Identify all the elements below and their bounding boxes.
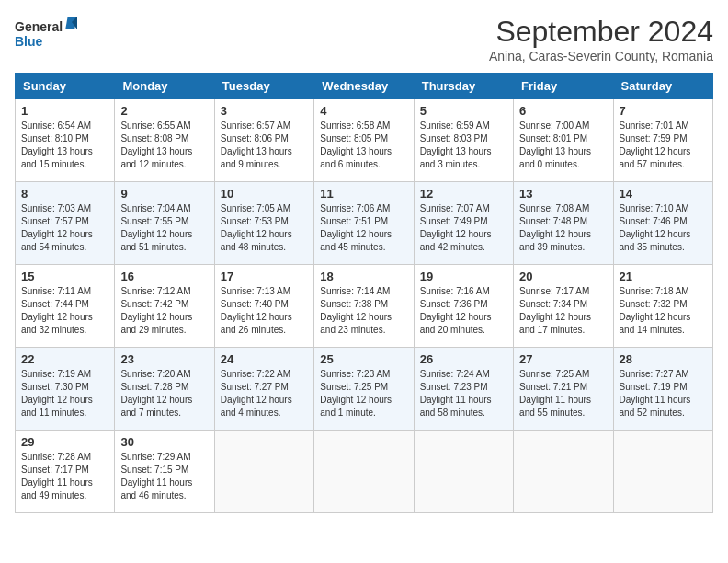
cell-info: Sunrise: 7:00 AMSunset: 8:01 PMDaylight … (519, 120, 607, 171)
header-sunday: Sunday (16, 74, 115, 99)
day-number: 11 (320, 187, 407, 201)
location-subtitle: Anina, Caras-Severin County, Romania (489, 49, 713, 63)
day-number: 24 (221, 352, 308, 366)
calendar-week-row: 1Sunrise: 6:54 AMSunset: 8:10 PMDaylight… (16, 99, 713, 182)
day-number: 10 (221, 187, 308, 201)
day-number: 9 (120, 187, 208, 201)
day-number: 5 (420, 104, 507, 118)
calendar-cell: 26Sunrise: 7:24 AMSunset: 7:23 PMDayligh… (414, 348, 513, 431)
calendar-cell: 13Sunrise: 7:08 AMSunset: 7:48 PMDayligh… (514, 182, 613, 265)
cell-info: Sunrise: 7:05 AMSunset: 7:53 PMDaylight … (221, 202, 308, 254)
day-number: 26 (420, 352, 507, 366)
calendar-cell: 22Sunrise: 7:19 AMSunset: 7:30 PMDayligh… (16, 348, 115, 431)
calendar-cell: 14Sunrise: 7:10 AMSunset: 7:46 PMDayligh… (613, 182, 712, 265)
day-number: 27 (519, 352, 607, 366)
month-title: September 2024 (489, 15, 713, 49)
calendar-week-row: 29Sunrise: 7:28 AMSunset: 7:17 PMDayligh… (16, 431, 713, 513)
header-saturday: Saturday (613, 74, 712, 99)
calendar-cell: 23Sunrise: 7:20 AMSunset: 7:28 PMDayligh… (115, 348, 214, 431)
calendar-cell (613, 431, 712, 513)
day-number: 23 (120, 352, 208, 366)
calendar-cell: 19Sunrise: 7:16 AMSunset: 7:36 PMDayligh… (414, 265, 513, 348)
cell-info: Sunrise: 7:17 AMSunset: 7:34 PMDaylight … (519, 285, 607, 337)
calendar-cell: 8Sunrise: 7:03 AMSunset: 7:57 PMDaylight… (16, 182, 115, 265)
calendar-cell (414, 431, 513, 513)
cell-info: Sunrise: 7:23 AMSunset: 7:25 PMDaylight … (320, 368, 407, 419)
day-number: 17 (221, 270, 308, 283)
calendar-week-row: 8Sunrise: 7:03 AMSunset: 7:57 PMDaylight… (16, 182, 713, 265)
day-number: 8 (21, 187, 108, 201)
cell-info: Sunrise: 7:16 AMSunset: 7:36 PMDaylight … (420, 285, 507, 337)
day-number: 19 (420, 270, 507, 283)
day-number: 29 (21, 435, 108, 449)
header-monday: Monday (115, 74, 214, 99)
calendar-cell: 25Sunrise: 7:23 AMSunset: 7:25 PMDayligh… (314, 348, 414, 431)
calendar-cell: 24Sunrise: 7:22 AMSunset: 7:27 PMDayligh… (214, 348, 313, 431)
day-number: 28 (620, 352, 707, 366)
cell-info: Sunrise: 7:18 AMSunset: 7:32 PMDaylight … (620, 285, 707, 337)
calendar-cell: 7Sunrise: 7:01 AMSunset: 7:59 PMDaylight… (613, 99, 712, 182)
cell-info: Sunrise: 7:27 AMSunset: 7:19 PMDaylight … (620, 368, 707, 419)
calendar-cell (214, 431, 313, 513)
calendar-cell: 6Sunrise: 7:00 AMSunset: 8:01 PMDaylight… (514, 99, 613, 182)
cell-info: Sunrise: 7:28 AMSunset: 7:17 PMDaylight … (21, 451, 108, 502)
day-number: 25 (320, 352, 407, 366)
svg-text:General: General (15, 19, 63, 34)
calendar-cell: 18Sunrise: 7:14 AMSunset: 7:38 PMDayligh… (314, 265, 414, 348)
calendar-cell: 9Sunrise: 7:04 AMSunset: 7:55 PMDaylight… (115, 182, 214, 265)
calendar-cell: 29Sunrise: 7:28 AMSunset: 7:17 PMDayligh… (16, 431, 115, 513)
calendar-cell: 15Sunrise: 7:11 AMSunset: 7:44 PMDayligh… (16, 265, 115, 348)
day-number: 15 (21, 270, 108, 283)
page-header: General Blue September 2024 Anina, Caras… (15, 15, 713, 63)
title-area: September 2024 Anina, Caras-Severin Coun… (489, 15, 713, 63)
calendar-cell: 4Sunrise: 6:58 AMSunset: 8:05 PMDaylight… (314, 99, 414, 182)
calendar-cell: 16Sunrise: 7:12 AMSunset: 7:42 PMDayligh… (115, 265, 214, 348)
cell-info: Sunrise: 7:19 AMSunset: 7:30 PMDaylight … (21, 368, 108, 419)
day-number: 21 (620, 270, 707, 283)
svg-text:Blue: Blue (15, 34, 43, 49)
day-number: 16 (120, 270, 208, 283)
cell-info: Sunrise: 7:24 AMSunset: 7:23 PMDaylight … (420, 368, 507, 419)
cell-info: Sunrise: 7:03 AMSunset: 7:57 PMDaylight … (21, 202, 108, 254)
calendar-table: Sunday Monday Tuesday Wednesday Thursday… (15, 73, 713, 513)
cell-info: Sunrise: 7:01 AMSunset: 7:59 PMDaylight … (620, 120, 707, 171)
day-number: 2 (120, 104, 208, 118)
cell-info: Sunrise: 7:10 AMSunset: 7:46 PMDaylight … (620, 202, 707, 254)
cell-info: Sunrise: 7:29 AMSunset: 7:15 PMDaylight … (120, 451, 208, 502)
calendar-cell: 1Sunrise: 6:54 AMSunset: 8:10 PMDaylight… (16, 99, 115, 182)
day-number: 22 (21, 352, 108, 366)
logo: General Blue (15, 15, 79, 53)
day-number: 4 (320, 104, 407, 118)
cell-info: Sunrise: 7:12 AMSunset: 7:42 PMDaylight … (120, 285, 208, 337)
header-row: Sunday Monday Tuesday Wednesday Thursday… (16, 74, 713, 99)
header-wednesday: Wednesday (314, 74, 414, 99)
calendar-cell: 21Sunrise: 7:18 AMSunset: 7:32 PMDayligh… (613, 265, 712, 348)
cell-info: Sunrise: 7:11 AMSunset: 7:44 PMDaylight … (21, 285, 108, 337)
cell-info: Sunrise: 7:06 AMSunset: 7:51 PMDaylight … (320, 202, 407, 254)
cell-info: Sunrise: 7:20 AMSunset: 7:28 PMDaylight … (120, 368, 208, 419)
calendar-cell (314, 431, 414, 513)
day-number: 18 (320, 270, 407, 283)
calendar-cell: 17Sunrise: 7:13 AMSunset: 7:40 PMDayligh… (214, 265, 313, 348)
cell-info: Sunrise: 6:59 AMSunset: 8:03 PMDaylight … (420, 120, 507, 171)
cell-info: Sunrise: 7:25 AMSunset: 7:21 PMDaylight … (519, 368, 607, 419)
header-tuesday: Tuesday (214, 74, 313, 99)
cell-info: Sunrise: 6:58 AMSunset: 8:05 PMDaylight … (320, 120, 407, 171)
day-number: 7 (620, 104, 707, 118)
calendar-cell: 5Sunrise: 6:59 AMSunset: 8:03 PMDaylight… (414, 99, 513, 182)
calendar-cell: 2Sunrise: 6:55 AMSunset: 8:08 PMDaylight… (115, 99, 214, 182)
logo-svg: General Blue (15, 15, 79, 53)
cell-info: Sunrise: 6:54 AMSunset: 8:10 PMDaylight … (21, 120, 108, 171)
calendar-cell: 11Sunrise: 7:06 AMSunset: 7:51 PMDayligh… (314, 182, 414, 265)
cell-info: Sunrise: 6:57 AMSunset: 8:06 PMDaylight … (221, 120, 308, 171)
cell-info: Sunrise: 7:22 AMSunset: 7:27 PMDaylight … (221, 368, 308, 419)
cell-info: Sunrise: 6:55 AMSunset: 8:08 PMDaylight … (120, 120, 208, 171)
cell-info: Sunrise: 7:13 AMSunset: 7:40 PMDaylight … (221, 285, 308, 337)
day-number: 13 (519, 187, 607, 201)
day-number: 6 (519, 104, 607, 118)
calendar-cell: 27Sunrise: 7:25 AMSunset: 7:21 PMDayligh… (514, 348, 613, 431)
calendar-cell: 30Sunrise: 7:29 AMSunset: 7:15 PMDayligh… (115, 431, 214, 513)
cell-info: Sunrise: 7:07 AMSunset: 7:49 PMDaylight … (420, 202, 507, 254)
calendar-cell: 10Sunrise: 7:05 AMSunset: 7:53 PMDayligh… (214, 182, 313, 265)
day-number: 14 (620, 187, 707, 201)
